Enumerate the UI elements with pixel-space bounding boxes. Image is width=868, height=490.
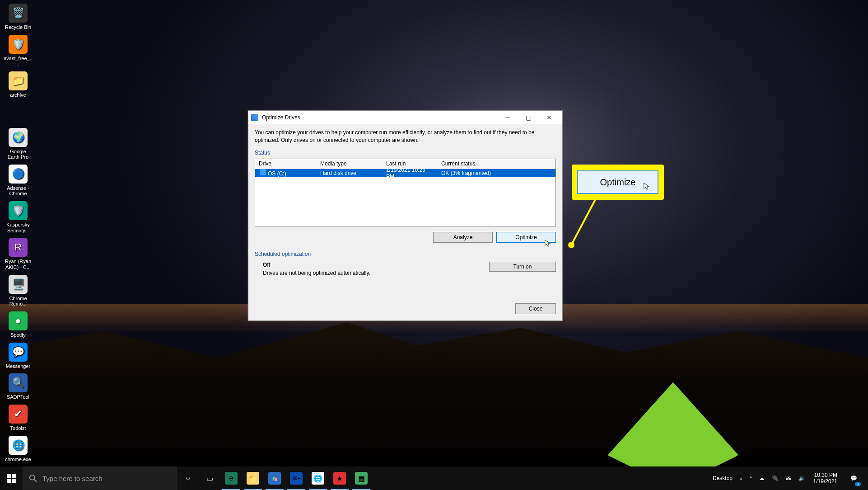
scheduled-section-label: Scheduled optimization [255, 251, 556, 257]
desktop-icon-todoist[interactable]: ✔Todoist [4, 405, 33, 431]
svg-point-6 [30, 475, 35, 480]
taskbar: Type here to search ○▭e📁🛍️99+🌐★▦ Desktop… [0, 466, 868, 490]
desktop-icon-spotify[interactable]: ●Spotify [4, 311, 33, 338]
app-icon: ● [9, 311, 28, 330]
window-description: You can optimize your drives to help you… [255, 129, 556, 144]
svg-rect-2 [7, 474, 11, 478]
status-section-label: Status [255, 150, 556, 156]
tray-chevron-up-icon[interactable]: ˄ [747, 476, 755, 481]
cell-drive: OS (C:) [255, 169, 317, 177]
defrag-icon: ▦ [355, 472, 368, 485]
desktop-icon-chrome-exe[interactable]: 🌐chrome.exe [4, 436, 33, 462]
notification-badge: 4 [855, 482, 861, 486]
svg-point-1 [568, 242, 574, 248]
cursor-icon [643, 182, 651, 190]
desktop-icon-messenger[interactable]: 💬Messenger [4, 343, 33, 369]
volume-tray-icon[interactable]: 🔉 [796, 475, 808, 481]
taskbar-app-store[interactable]: 🛍️ [264, 466, 285, 490]
callout-leader-line [569, 199, 600, 253]
app-icon: 🌐 [9, 436, 28, 455]
taskbar-app-defrag[interactable]: ▦ [350, 466, 372, 490]
onedrive-tray-icon[interactable]: ☁ [756, 475, 767, 481]
file-explorer-icon: 📁 [247, 472, 259, 485]
desktop-icon-chrome-remo-[interactable]: 🖥️Chrome Remo... [4, 275, 33, 307]
cell-media: Hard disk drive [317, 170, 383, 176]
desktop-icon-kaspersky-security-[interactable]: 🛡️Kaspersky Security... [4, 201, 33, 233]
store-icon: 🛍️ [268, 472, 281, 485]
desktop-icon-label: Kaspersky Security... [4, 222, 33, 233]
svg-rect-3 [12, 474, 16, 478]
scheduled-state: Off [263, 262, 370, 268]
toolbar-chevron-icon[interactable]: » [737, 476, 745, 481]
svg-line-0 [571, 199, 596, 245]
minimize-button[interactable]: ─ [497, 111, 518, 124]
app-icon: 🌍 [9, 128, 28, 147]
network-tray-icon[interactable]: 🖧 [783, 475, 794, 481]
callout-label: Optimize [600, 177, 636, 188]
task-view-icon: ▭ [203, 472, 216, 485]
desktop-icon-label: Todoist [10, 425, 26, 431]
app-icon: 🔵 [9, 165, 28, 184]
taskbar-app-edge[interactable]: e [220, 466, 242, 490]
start-button[interactable] [0, 466, 23, 490]
desktop-icons: 🗑️Recycle Bin🛡️avast_free_...📁archive🌍Go… [4, 4, 67, 490]
desktop-icon-recycle-bin[interactable]: 🗑️Recycle Bin [4, 4, 33, 30]
desktop-icon-label: Chrome Remo... [4, 296, 33, 307]
edge-icon: e [225, 472, 238, 485]
app-icon: 🛡️ [9, 201, 28, 220]
desktop-icon-label: archive [10, 92, 26, 98]
titlebar[interactable]: Optimize Drives ─ ▢ ✕ [248, 111, 562, 124]
table-row[interactable]: OS (C:) Hard disk drive 1/19/2021 10:23 … [255, 169, 555, 177]
app-icon: R [9, 238, 28, 257]
desktop-icon-label: SADPTool [7, 394, 29, 400]
taskbar-app-edge-beta[interactable]: 99+ [285, 466, 307, 490]
desktop-icon-label: Spotify [10, 332, 26, 338]
col-last[interactable]: Last run [383, 160, 438, 167]
analyze-button[interactable]: Analyze [433, 232, 493, 243]
taskbar-app-task-view[interactable]: ▭ [199, 466, 220, 490]
desktop-icon-google-earth-pro[interactable]: 🌍Google Earth Pro [4, 128, 33, 160]
window-title: Optimize Drives [262, 114, 497, 121]
callout-optimize-button: Optimize [577, 170, 658, 194]
taskbar-app-chrome[interactable]: 🌐 [307, 466, 329, 490]
col-drive[interactable]: Drive [255, 160, 317, 167]
taskbar-clock[interactable]: 10:30 PM 1/19/2021 [810, 472, 841, 485]
search-box[interactable]: Type here to search [23, 466, 177, 490]
windows-logo-icon [7, 474, 16, 483]
app-icon: 📁 [9, 71, 28, 90]
desktop-toolbar-label[interactable]: Desktop [710, 475, 735, 481]
taskbar-app-file-explorer[interactable]: 📁 [242, 466, 264, 490]
close-window-button[interactable]: ✕ [539, 111, 560, 124]
desktop-icon-avast-free-[interactable]: 🛡️avast_free_... [4, 35, 33, 67]
app-icon: 🛡️ [9, 35, 28, 54]
col-media[interactable]: Media type [317, 160, 383, 167]
optimize-drives-window: Optimize Drives ─ ▢ ✕ You can optimize y… [248, 110, 563, 321]
desktop-icon-label: Ryan (Ryan AKIC) - C... [4, 259, 33, 270]
action-center-button[interactable]: 💬 4 [843, 466, 864, 490]
desktop-icon-ryan-ryan-akic-c-[interactable]: RRyan (Ryan AKIC) - C... [4, 238, 33, 270]
taskbar-time: 10:30 PM [813, 472, 837, 478]
cell-status: OK (3% fragmented) [438, 170, 555, 176]
edge-beta-icon: 99+ [290, 472, 303, 485]
drive-table: Drive Media type Last run Current status… [255, 159, 556, 226]
desktop-icon-label: Adsense - Chrome [4, 185, 33, 197]
desktop-icon-label: avast_free_... [4, 56, 33, 67]
power-tray-icon[interactable]: 🔌 [769, 475, 781, 481]
desktop-icon-archive[interactable]: 📁archive [4, 71, 33, 98]
maximize-button[interactable]: ▢ [518, 111, 539, 124]
app-icon: 🗑️ [9, 4, 28, 23]
col-status[interactable]: Current status [438, 160, 555, 167]
turn-on-button[interactable]: Turn on [489, 262, 556, 272]
drive-row-icon [260, 169, 266, 175]
callout-box: Optimize [572, 165, 664, 200]
taskbar-date: 1/19/2021 [813, 478, 837, 485]
search-icon [29, 474, 37, 482]
desktop-icon-sadptool[interactable]: 🔍SADPTool [4, 373, 33, 400]
taskbar-app-cortana[interactable]: ○ [177, 466, 199, 490]
desktop-icon-adsense-chrome[interactable]: 🔵Adsense - Chrome [4, 165, 33, 197]
close-button[interactable]: Close [515, 303, 556, 314]
taskbar-app-app-red[interactable]: ★ [329, 466, 350, 490]
cursor-icon [544, 239, 552, 247]
desktop-icon-label: Google Earth Pro [4, 149, 33, 160]
drive-icon [251, 114, 258, 121]
